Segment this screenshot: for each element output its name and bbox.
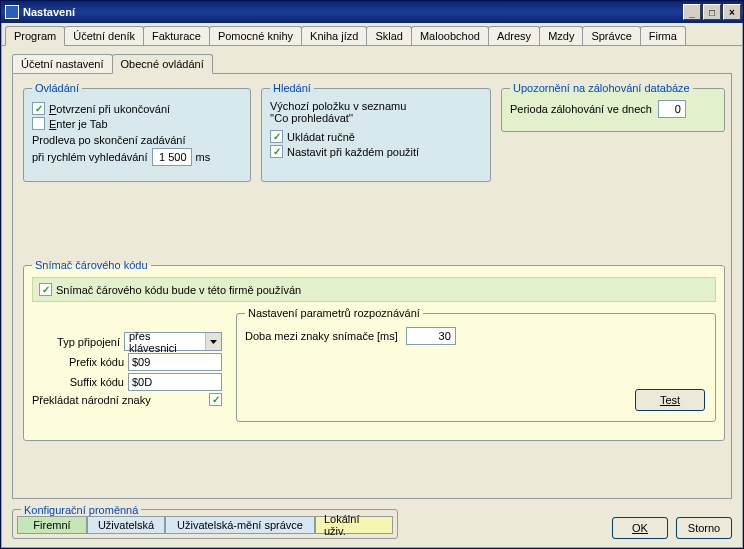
sub-tabstrip: Účetní nastavení Obecné ovládání	[12, 54, 732, 74]
hledani-intro-1: Výchozí položku v seznamu	[270, 100, 482, 112]
checkbox-icon	[270, 130, 283, 143]
check-set-each-use-label: Nastavit při každém použití	[287, 146, 419, 158]
tab-spravce[interactable]: Správce	[582, 26, 640, 45]
groupbox-backup-warn: Upozornění na zálohování databáze Period…	[501, 82, 725, 132]
tab-maloobchod[interactable]: Maloobchod	[411, 26, 489, 45]
groupbox-ovladani: Ovládání Potvrzení při ukončování Enter …	[23, 82, 251, 182]
tab-ucetni-denik[interactable]: Účetní deník	[64, 26, 144, 45]
legend-ovladani: Ovládání	[32, 82, 82, 94]
subtab-ucetni-nastaveni[interactable]: Účetní nastavení	[12, 54, 113, 74]
tab-mzdy[interactable]: Mzdy	[539, 26, 583, 45]
check-set-each-use[interactable]: Nastavit při každém použití	[270, 145, 482, 158]
prefix-input[interactable]: $09	[128, 353, 222, 371]
app-icon	[5, 5, 19, 19]
check-use-scanner-label: Snímač čárového kódu bude v této firmě p…	[56, 284, 301, 296]
translate-label: Překládat národní znaky	[32, 394, 205, 406]
minimize-button[interactable]: _	[683, 4, 701, 20]
legend-firemni: Firemní	[17, 516, 87, 534]
legend-scanner: Snímač čárového kódu	[32, 259, 151, 271]
tab-firma[interactable]: Firma	[640, 26, 686, 45]
delay-label-line2: při rychlém vyhledávání	[32, 151, 148, 163]
tab-sklad[interactable]: Sklad	[366, 26, 412, 45]
legend-recognition-params: Nastavení parametrů rozpoznávání	[245, 307, 423, 319]
chevron-down-icon	[205, 333, 221, 350]
delay-unit: ms	[196, 151, 211, 163]
checkbox-icon	[32, 102, 45, 115]
suffix-label: Suffix kódu	[70, 376, 124, 388]
check-save-manual-label: Ukládat ručně	[287, 131, 355, 143]
tab-fakturace[interactable]: Fakturace	[143, 26, 210, 45]
tab-adresy[interactable]: Adresy	[488, 26, 540, 45]
legend-config-var: Konfigurační proměnná	[21, 504, 141, 516]
legend-backup-warn: Upozornění na zálohování databáze	[510, 82, 693, 94]
checkbox-icon	[39, 283, 52, 296]
backup-period-input[interactable]: 0	[658, 100, 686, 118]
legend-hledani: Hledání	[270, 82, 314, 94]
groupbox-config-var: Konfigurační proměnná Firemní Uživatelsk…	[12, 509, 398, 539]
close-button[interactable]: ×	[723, 4, 741, 20]
groupbox-recognition-params: Nastavení parametrů rozpoznávání Doba me…	[236, 307, 716, 422]
interval-input[interactable]: 30	[406, 327, 456, 345]
conn-type-label: Typ připojení	[57, 336, 120, 348]
suffix-input[interactable]: $0D	[128, 373, 222, 391]
check-enter-tab[interactable]: Enter je Tab	[32, 117, 242, 130]
legend-lokalni: Lokální uživ.	[315, 516, 393, 534]
tab-kniha-jizd[interactable]: Kniha jízd	[301, 26, 367, 45]
check-save-manual[interactable]: Ukládat ručně	[270, 130, 482, 143]
interval-label: Doba mezi znaky snímače [ms]	[245, 330, 398, 342]
delay-label-line1: Prodleva po skončení zadávání	[32, 134, 242, 146]
check-confirm-exit[interactable]: Potvrzení při ukončování	[32, 102, 242, 115]
backup-period-label: Perioda zálohování ve dnech	[510, 103, 652, 115]
prefix-label: Prefix kódu	[69, 356, 124, 368]
ok-button[interactable]: OK	[612, 517, 668, 539]
test-button[interactable]: Test	[635, 389, 705, 411]
settings-panel: Ovládání Potvrzení při ukončování Enter …	[12, 73, 732, 499]
maximize-button[interactable]: □	[703, 4, 721, 20]
groupbox-scanner: Snímač čárového kódu Snímač čárového kód…	[23, 259, 725, 441]
check-translate[interactable]	[209, 393, 222, 406]
main-tabstrip: Program Účetní deník Fakturace Pomocné k…	[2, 23, 742, 46]
svg-marker-0	[210, 340, 217, 344]
check-use-scanner[interactable]: Snímač čárového kódu bude v této firmě p…	[39, 283, 709, 296]
hledani-intro-2: ''Co prohledávat''	[270, 112, 482, 124]
conn-type-combo[interactable]: přes klávesnici	[124, 332, 222, 351]
tab-pomocne-knihy[interactable]: Pomocné knihy	[209, 26, 302, 45]
window-title: Nastavení	[23, 6, 681, 18]
conn-type-value: přes klávesnici	[125, 333, 205, 350]
groupbox-hledani: Hledání Výchozí položku v seznamu ''Co p…	[261, 82, 491, 182]
checkbox-icon	[32, 117, 45, 130]
delay-input[interactable]: 1 500	[152, 148, 192, 166]
storno-button[interactable]: Storno	[676, 517, 732, 539]
titlebar: Nastavení _ □ ×	[1, 1, 743, 23]
checkbox-icon	[270, 145, 283, 158]
tab-program[interactable]: Program	[5, 26, 65, 46]
check-enter-tab-label: Enter je Tab	[49, 118, 108, 130]
legend-uzivatelska-spravce: Uživatelská-mění správce	[165, 516, 315, 534]
subtab-obecne-ovladani[interactable]: Obecné ovládání	[112, 54, 213, 74]
legend-uzivatelska: Uživatelská	[87, 516, 165, 534]
check-confirm-exit-label: Potvrzení při ukončování	[49, 103, 170, 115]
